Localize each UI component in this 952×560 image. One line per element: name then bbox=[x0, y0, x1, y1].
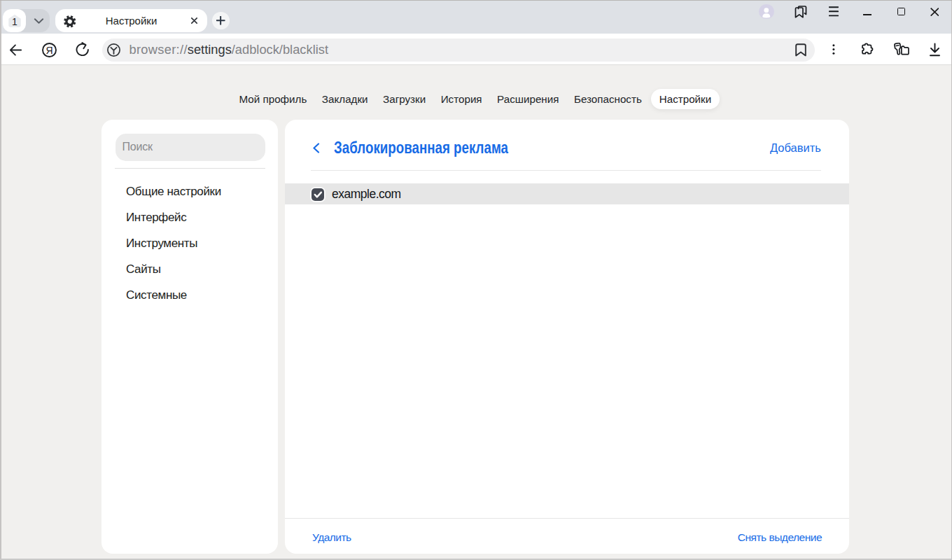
svg-text:1: 1 bbox=[12, 15, 18, 27]
svg-text:Я: Я bbox=[46, 44, 52, 55]
